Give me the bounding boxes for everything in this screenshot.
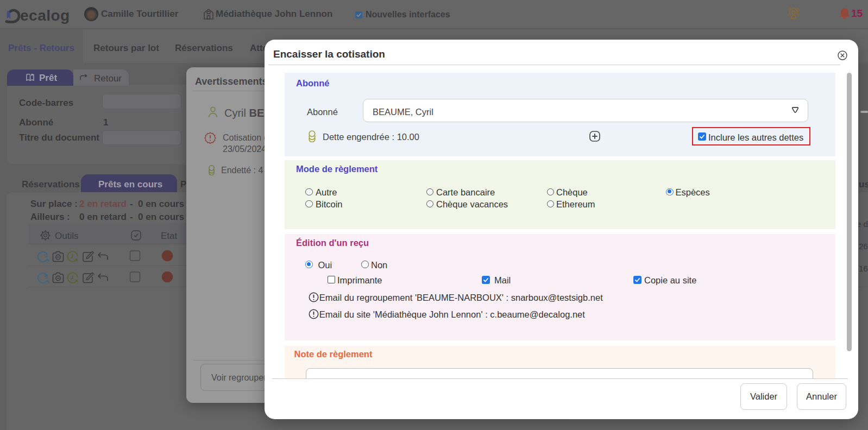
svg-text:ecalog: ecalog <box>20 7 70 24</box>
